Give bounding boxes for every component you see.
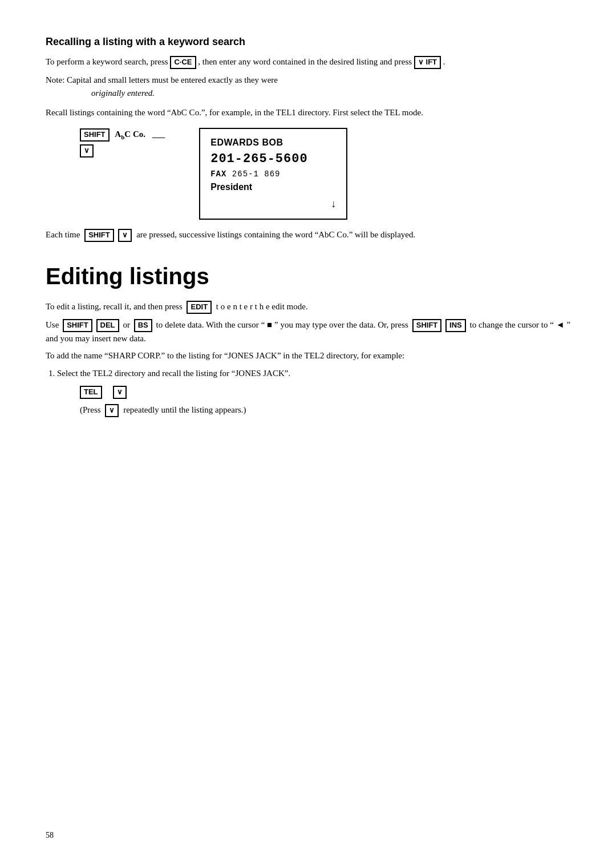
step-list: Select the TEL2 directory and recall the… [57, 367, 570, 380]
successive-text: are pressed, successive listings contain… [136, 230, 415, 239]
shift-key-2: SHIFT [84, 229, 114, 242]
shift-key-4: SHIFT [412, 319, 442, 332]
result-name: EDWARDS BOB [210, 136, 336, 150]
repeatedly-text: repeatedly until the listing appears.) [123, 405, 246, 414]
keyword-example-block: SHIFT AbC Co. ∨ EDWARDS BOB 201-265-5600… [46, 128, 570, 220]
shift-ift-key: ∨ IFT [414, 56, 441, 69]
chevron-key-line: ∨ [80, 144, 165, 158]
edit-intro-end: t o e n t e r t h e edit mode. [216, 302, 308, 311]
arrow-down-icon: ↓ [210, 196, 336, 212]
para-keyword-search: To perform a keyword search, press C·CE … [46, 55, 570, 69]
delete-data-text: to delete data. With the cursor “ ■ ” yo… [156, 320, 408, 329]
para1-start: To perform a keyword search, press [46, 57, 168, 66]
note-italic-text: originally entered. [91, 88, 155, 98]
para-edit-intro: To edit a listing, recall it, and then p… [46, 300, 570, 314]
use-text: Use [46, 320, 59, 329]
para-add-name: To add the name “SHARP CORP.” to the lis… [46, 349, 570, 362]
page-number: 58 [46, 829, 54, 841]
para-example-intro: Recall listings containing the word “AbC… [46, 106, 570, 119]
edit-key: EDIT [187, 301, 212, 314]
para-use-shift: Use SHIFT DEL or BS to delete data. With… [46, 318, 570, 345]
or-text: or [123, 320, 130, 329]
para1-end: . [443, 57, 445, 66]
para-note: Note: Capital and small letters must be … [46, 74, 570, 99]
step-1-text: Select the TEL2 directory and recall the… [57, 369, 290, 378]
result-display-box: EDWARDS BOB 201-265-5600 FAX 265-1 869 P… [199, 128, 347, 220]
fax-label: FAX [210, 169, 226, 179]
chevron-key-2: ∨ [118, 229, 132, 242]
result-phone: 201-265-5600 [210, 150, 336, 168]
chevron-key-3: ∨ [113, 386, 127, 399]
keyword-left-block: SHIFT AbC Co. ∨ [80, 128, 165, 158]
editing-title: Editing listings [46, 259, 570, 293]
cce-key: C·CE [170, 56, 196, 69]
section-editing: Editing listings To edit a listing, reca… [46, 259, 570, 418]
ins-key: INS [445, 319, 466, 332]
bs-key: BS [134, 319, 152, 332]
edit-intro-start: To edit a listing, recall it, and then p… [46, 302, 183, 311]
step1-note: (Press ∨ repeatedly until the listing ap… [80, 403, 570, 417]
fax-number: 265-1 869 [232, 169, 281, 179]
shift-key-3: SHIFT [63, 319, 92, 332]
step-1: Select the TEL2 directory and recall the… [57, 367, 570, 380]
chevron-key-4: ∨ [105, 404, 119, 417]
each-time-text: Each time [46, 230, 80, 239]
step1-keys: TEL ∨ [80, 385, 570, 399]
del-key: DEL [96, 319, 119, 332]
section-recalling: Recalling a listing with a keyword searc… [46, 34, 570, 242]
result-title: President [210, 180, 336, 194]
result-fax-line: FAX 265-1 869 [210, 168, 336, 180]
tel-key: TEL [80, 386, 102, 399]
para-successive: Each time SHIFT ∨ are pressed, successiv… [46, 228, 570, 242]
para1-mid: , then enter any word contained in the d… [198, 57, 412, 66]
chevron-key-1: ∨ [80, 144, 94, 158]
shift-key-1: SHIFT [80, 128, 110, 142]
shift-abc-line: SHIFT AbC Co. [80, 128, 165, 142]
abc-co-text: AbC Co. [115, 130, 147, 139]
note-text: Note: Capital and small letters must be … [46, 75, 278, 84]
section-title-recalling: Recalling a listing with a keyword searc… [46, 34, 570, 50]
press-text: (Press [80, 405, 101, 414]
underline-spacer [152, 130, 165, 139]
